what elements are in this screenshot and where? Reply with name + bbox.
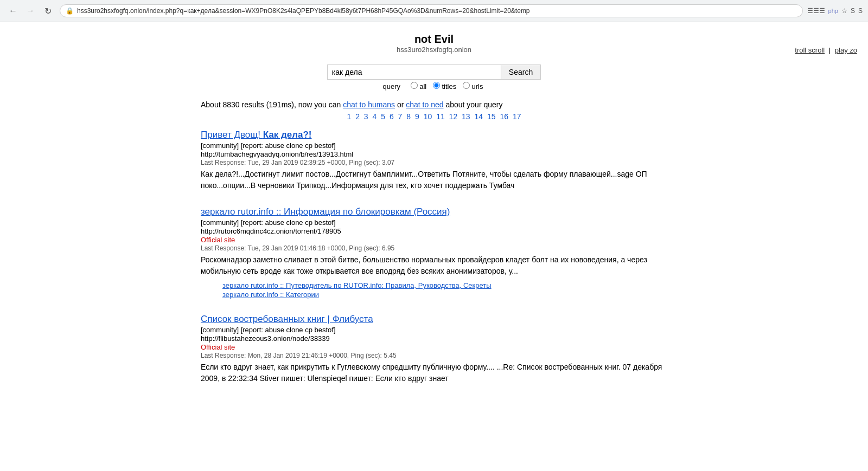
results-info: About 8830 results (191ms), now you can … — [190, 100, 678, 109]
search-input[interactable] — [327, 64, 501, 80]
chat-to-humans-link[interactable]: chat to humans — [343, 100, 395, 109]
result-meta: [community] [report: abuse clone cp best… — [201, 141, 667, 150]
result-item: Привет Двощ! Как дела?! [community] [rep… — [201, 130, 667, 191]
results-text-before: About 8830 results (191ms), now you can — [201, 100, 341, 109]
result-snippet: Роскомнадзор заметно сливает в этой битв… — [201, 254, 667, 277]
page-5[interactable]: 5 — [381, 112, 385, 121]
pagination: 1 2 3 4 5 6 7 8 9 10 11 12 13 14 15 16 1… — [0, 112, 868, 121]
page-14[interactable]: 14 — [475, 112, 483, 121]
browser-actions: ☰☰☰ php ☆ S S — [807, 7, 863, 15]
result-url-link[interactable]: http://tumbachegvyaadyq.onion/b/res/1391… — [201, 150, 353, 158]
result-url: http://flibustahezeous3.onion/node/38339 — [201, 334, 667, 343]
urls-radio[interactable] — [463, 82, 470, 89]
forward-button[interactable]: → — [23, 3, 38, 18]
result-title[interactable]: Привет Двощ! Как дела?! — [201, 130, 311, 140]
all-radio[interactable] — [411, 82, 418, 89]
site-title: not Evil — [0, 33, 868, 46]
result-official-site: Official site — [201, 343, 667, 351]
page-8[interactable]: 8 — [406, 112, 411, 121]
address-bar[interactable]: 🔒 hss3uro2hsxfogfq.onion/index.php?q=как… — [60, 4, 803, 17]
page-11[interactable]: 11 — [436, 112, 445, 121]
nav-buttons: ← → ↻ — [5, 3, 55, 18]
result-title[interactable]: зеркало rutor.info :: Информация по блок… — [201, 207, 450, 217]
page-10[interactable]: 10 — [424, 112, 432, 121]
sub-link-1[interactable]: зеркало rutor.info :: Категории — [222, 291, 667, 299]
result-item: зеркало rutor.info :: Информация по блок… — [201, 207, 667, 299]
browser-chrome: ← → ↻ 🔒 hss3uro2hsxfogfq.onion/index.php… — [0, 0, 868, 22]
search-button[interactable]: Search — [501, 64, 541, 80]
result-ping: Last Response: Tue, 29 Jan 2019 02:39:25… — [201, 159, 667, 166]
result-url-link[interactable]: http://flibustahezeous3.onion/node/38339 — [201, 334, 330, 343]
urls-option-label[interactable]: urls — [463, 82, 483, 91]
all-option-label[interactable]: all — [411, 82, 429, 91]
page-7[interactable]: 7 — [398, 112, 403, 121]
page-12[interactable]: 12 — [449, 112, 458, 121]
page-1[interactable]: 1 — [347, 112, 351, 121]
page-4[interactable]: 4 — [373, 112, 377, 121]
page-2[interactable]: 2 — [355, 112, 360, 121]
result-title[interactable]: Список востребованных книг | Флибуста — [201, 314, 373, 324]
titles-option-label[interactable]: titles — [433, 82, 458, 91]
result-title-container: зеркало rutor.info :: Информация по блок… — [201, 207, 667, 217]
result-ping: Last Response: Mon, 28 Jan 2019 21:46:19… — [201, 352, 667, 359]
extensions-icon: ☰☰☰ — [807, 7, 825, 15]
result-url: http://rutorc6mqdinc4cz.onion/torrent/17… — [201, 227, 667, 235]
sync-icon: S — [851, 7, 855, 15]
site-domain: hss3uro2hsxfogfq.onion — [0, 46, 868, 54]
page-17[interactable]: 17 — [513, 112, 521, 121]
refresh-button[interactable]: ↻ — [40, 3, 55, 18]
php-icon: php — [828, 8, 838, 14]
search-section: Search query all titles urls — [0, 64, 868, 91]
page-6[interactable]: 6 — [390, 112, 394, 121]
chat-to-ned-link[interactable]: chat to ned — [406, 100, 443, 109]
lock-icon: 🔒 — [66, 7, 74, 15]
results-text-or: or — [397, 100, 406, 109]
result-url: http://tumbachegvyaadyq.onion/b/res/1391… — [201, 150, 667, 158]
page-15[interactable]: 15 — [487, 112, 496, 121]
page-content: not Evil hss3uro2hsxfogfq.onion Search q… — [0, 22, 868, 421]
result-ping: Last Response: Tue, 29 Jan 2019 01:46:18… — [201, 244, 667, 252]
menu-icon: S — [858, 7, 863, 15]
page-16[interactable]: 16 — [500, 112, 508, 121]
result-item: Список востребованных книг | Флибуста [c… — [201, 314, 667, 384]
result-title-container: Привет Двощ! Как дела?! — [201, 130, 667, 140]
titles-radio[interactable] — [433, 82, 440, 89]
result-url-link[interactable]: http://rutorc6mqdinc4cz.onion/torrent/17… — [201, 227, 341, 235]
result-snippet: Если кто вдруг знает, как прикрутить к Г… — [201, 362, 667, 384]
page-13[interactable]: 13 — [462, 112, 470, 121]
results-container: Привет Двощ! Как дела?! [community] [rep… — [190, 130, 678, 384]
sub-link-0[interactable]: зеркало rutor.info :: Путеводитель по RU… — [222, 281, 667, 289]
result-title-container: Список востребованных книг | Флибуста — [201, 314, 667, 325]
page-3[interactable]: 3 — [364, 112, 368, 121]
back-button[interactable]: ← — [5, 3, 21, 18]
results-text-after: about your query — [445, 100, 502, 109]
star-icon[interactable]: ☆ — [841, 7, 847, 15]
sub-links: зеркало rutor.info :: Путеводитель по RU… — [222, 281, 667, 299]
search-options: query all titles urls — [0, 82, 868, 91]
result-snippet: Как дела?!...Достигнут лимит постов...До… — [201, 169, 667, 191]
address-text: hss3uro2hsxfogfq.onion/index.php?q=как+д… — [77, 7, 530, 15]
result-official-site: Official site — [201, 236, 667, 244]
result-meta: [community] [report: abuse clone cp best… — [201, 218, 667, 227]
page-9[interactable]: 9 — [415, 112, 419, 121]
site-header: not Evil hss3uro2hsxfogfq.onion — [0, 22, 868, 59]
search-form: Search — [327, 64, 541, 80]
query-label: query — [383, 82, 401, 91]
result-meta: [community] [report: abuse clone cp best… — [201, 326, 667, 334]
